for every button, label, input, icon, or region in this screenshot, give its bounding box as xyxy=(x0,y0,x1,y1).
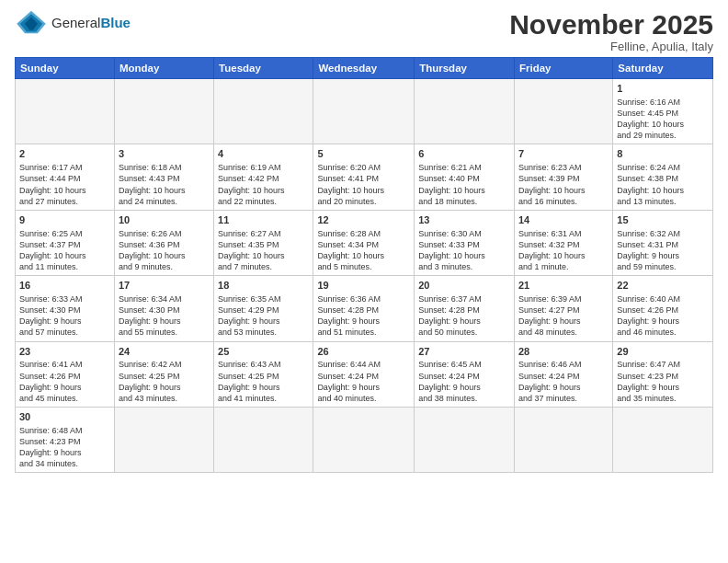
day-info: Sunrise: 6:32 AM Sunset: 4:31 PM Dayligh… xyxy=(617,228,709,273)
calendar-cell: 12Sunrise: 6:28 AM Sunset: 4:34 PM Dayli… xyxy=(313,210,415,275)
calendar-cell xyxy=(16,79,115,144)
calendar-cell xyxy=(214,79,313,144)
day-number: 30 xyxy=(19,410,110,424)
calendar-cell: 20Sunrise: 6:37 AM Sunset: 4:28 PM Dayli… xyxy=(415,276,515,341)
calendar-week-6: 30Sunrise: 6:48 AM Sunset: 4:23 PM Dayli… xyxy=(16,408,713,473)
calendar-cell xyxy=(313,408,415,473)
weekday-header-wednesday: Wednesday xyxy=(313,58,415,79)
day-info: Sunrise: 6:40 AM Sunset: 4:26 PM Dayligh… xyxy=(617,293,709,339)
day-number: 5 xyxy=(317,147,410,161)
day-number: 22 xyxy=(617,279,709,293)
header: GeneralBlue November 2025 Felline, Apuli… xyxy=(15,9,713,53)
weekday-header-friday: Friday xyxy=(514,58,612,79)
day-number: 19 xyxy=(317,279,410,293)
day-number: 4 xyxy=(218,147,309,161)
day-info: Sunrise: 6:33 AM Sunset: 4:30 PM Dayligh… xyxy=(19,293,110,339)
day-info: Sunrise: 6:19 AM Sunset: 4:42 PM Dayligh… xyxy=(218,162,309,207)
calendar-cell: 9Sunrise: 6:25 AM Sunset: 4:37 PM Daylig… xyxy=(16,210,115,275)
day-number: 27 xyxy=(418,345,510,359)
day-info: Sunrise: 6:39 AM Sunset: 4:27 PM Dayligh… xyxy=(518,293,609,339)
day-info: Sunrise: 6:18 AM Sunset: 4:43 PM Dayligh… xyxy=(119,162,210,207)
day-info: Sunrise: 6:48 AM Sunset: 4:23 PM Dayligh… xyxy=(19,425,110,470)
day-info: Sunrise: 6:23 AM Sunset: 4:39 PM Dayligh… xyxy=(518,162,609,207)
calendar-cell: 29Sunrise: 6:47 AM Sunset: 4:23 PM Dayli… xyxy=(613,341,713,407)
calendar-cell xyxy=(214,408,313,473)
calendar-cell: 19Sunrise: 6:36 AM Sunset: 4:28 PM Dayli… xyxy=(313,276,415,341)
day-number: 18 xyxy=(218,279,309,293)
day-info: Sunrise: 6:46 AM Sunset: 4:24 PM Dayligh… xyxy=(518,359,609,404)
day-info: Sunrise: 6:45 AM Sunset: 4:24 PM Dayligh… xyxy=(418,359,510,404)
location-subtitle: Felline, Apulia, Italy xyxy=(509,40,713,53)
day-info: Sunrise: 6:28 AM Sunset: 4:34 PM Dayligh… xyxy=(317,228,410,273)
day-number: 7 xyxy=(518,147,609,161)
day-number: 26 xyxy=(317,345,410,359)
calendar-week-2: 2Sunrise: 6:17 AM Sunset: 4:44 PM Daylig… xyxy=(16,144,713,210)
calendar-cell: 5Sunrise: 6:20 AM Sunset: 4:41 PM Daylig… xyxy=(313,144,415,210)
day-number: 21 xyxy=(518,279,609,293)
calendar-cell xyxy=(114,79,213,144)
day-number: 29 xyxy=(617,345,709,359)
calendar-cell: 13Sunrise: 6:30 AM Sunset: 4:33 PM Dayli… xyxy=(415,210,515,275)
day-number: 13 xyxy=(418,213,510,227)
calendar-cell xyxy=(415,79,515,144)
day-info: Sunrise: 6:21 AM Sunset: 4:40 PM Dayligh… xyxy=(418,162,510,207)
day-info: Sunrise: 6:37 AM Sunset: 4:28 PM Dayligh… xyxy=(418,293,510,339)
calendar-cell: 26Sunrise: 6:44 AM Sunset: 4:24 PM Dayli… xyxy=(313,341,415,407)
day-info: Sunrise: 6:20 AM Sunset: 4:41 PM Dayligh… xyxy=(317,162,410,207)
calendar-cell xyxy=(114,408,213,473)
day-info: Sunrise: 6:36 AM Sunset: 4:28 PM Dayligh… xyxy=(317,293,410,339)
day-number: 17 xyxy=(119,279,210,293)
day-number: 10 xyxy=(119,213,210,227)
day-info: Sunrise: 6:26 AM Sunset: 4:36 PM Dayligh… xyxy=(119,228,210,273)
calendar-cell: 30Sunrise: 6:48 AM Sunset: 4:23 PM Dayli… xyxy=(16,408,115,473)
calendar-cell: 21Sunrise: 6:39 AM Sunset: 4:27 PM Dayli… xyxy=(514,276,612,341)
day-number: 16 xyxy=(19,279,110,293)
title-block: November 2025 Felline, Apulia, Italy xyxy=(509,9,713,53)
day-number: 1 xyxy=(617,82,709,96)
day-info: Sunrise: 6:16 AM Sunset: 4:45 PM Dayligh… xyxy=(617,97,709,142)
calendar-week-3: 9Sunrise: 6:25 AM Sunset: 4:37 PM Daylig… xyxy=(16,210,713,275)
calendar-cell: 1Sunrise: 6:16 AM Sunset: 4:45 PM Daylig… xyxy=(613,79,713,144)
day-number: 11 xyxy=(218,213,309,227)
day-info: Sunrise: 6:24 AM Sunset: 4:38 PM Dayligh… xyxy=(617,162,709,207)
day-info: Sunrise: 6:44 AM Sunset: 4:24 PM Dayligh… xyxy=(317,359,410,404)
day-number: 25 xyxy=(218,345,309,359)
page: GeneralBlue November 2025 Felline, Apuli… xyxy=(0,0,728,563)
day-number: 8 xyxy=(617,147,709,161)
calendar-cell xyxy=(415,408,515,473)
day-number: 2 xyxy=(19,147,110,161)
month-title: November 2025 xyxy=(509,9,713,40)
calendar-cell: 14Sunrise: 6:31 AM Sunset: 4:32 PM Dayli… xyxy=(514,210,612,275)
day-info: Sunrise: 6:31 AM Sunset: 4:32 PM Dayligh… xyxy=(518,228,609,273)
calendar-cell: 11Sunrise: 6:27 AM Sunset: 4:35 PM Dayli… xyxy=(214,210,313,275)
weekday-header-monday: Monday xyxy=(114,58,213,79)
day-info: Sunrise: 6:34 AM Sunset: 4:30 PM Dayligh… xyxy=(119,293,210,339)
calendar-cell: 17Sunrise: 6:34 AM Sunset: 4:30 PM Dayli… xyxy=(114,276,213,341)
calendar-cell: 8Sunrise: 6:24 AM Sunset: 4:38 PM Daylig… xyxy=(613,144,713,210)
day-info: Sunrise: 6:27 AM Sunset: 4:35 PM Dayligh… xyxy=(218,228,309,273)
calendar-week-5: 23Sunrise: 6:41 AM Sunset: 4:26 PM Dayli… xyxy=(16,341,713,407)
calendar-cell: 4Sunrise: 6:19 AM Sunset: 4:42 PM Daylig… xyxy=(214,144,313,210)
weekday-header-tuesday: Tuesday xyxy=(214,58,313,79)
weekday-header-saturday: Saturday xyxy=(613,58,713,79)
calendar-cell: 10Sunrise: 6:26 AM Sunset: 4:36 PM Dayli… xyxy=(114,210,213,275)
calendar-cell: 22Sunrise: 6:40 AM Sunset: 4:26 PM Dayli… xyxy=(613,276,713,341)
calendar-cell: 7Sunrise: 6:23 AM Sunset: 4:39 PM Daylig… xyxy=(514,144,612,210)
calendar-week-4: 16Sunrise: 6:33 AM Sunset: 4:30 PM Dayli… xyxy=(16,276,713,341)
logo: GeneralBlue xyxy=(15,9,131,35)
day-number: 15 xyxy=(617,213,709,227)
day-info: Sunrise: 6:25 AM Sunset: 4:37 PM Dayligh… xyxy=(19,228,110,273)
day-number: 3 xyxy=(119,147,210,161)
calendar-cell xyxy=(514,408,612,473)
calendar-cell: 18Sunrise: 6:35 AM Sunset: 4:29 PM Dayli… xyxy=(214,276,313,341)
calendar-cell xyxy=(514,79,612,144)
day-number: 28 xyxy=(518,345,609,359)
weekday-header-sunday: Sunday xyxy=(16,58,115,79)
calendar-cell: 25Sunrise: 6:43 AM Sunset: 4:25 PM Dayli… xyxy=(214,341,313,407)
calendar-cell xyxy=(613,408,713,473)
day-number: 6 xyxy=(418,147,510,161)
day-number: 12 xyxy=(317,213,410,227)
day-info: Sunrise: 6:47 AM Sunset: 4:23 PM Dayligh… xyxy=(617,359,709,404)
day-info: Sunrise: 6:17 AM Sunset: 4:44 PM Dayligh… xyxy=(19,162,110,207)
calendar-cell: 15Sunrise: 6:32 AM Sunset: 4:31 PM Dayli… xyxy=(613,210,713,275)
